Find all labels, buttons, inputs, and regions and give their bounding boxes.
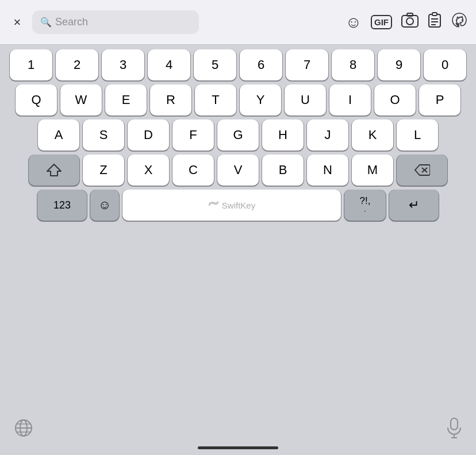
- key-c[interactable]: C: [172, 155, 214, 186]
- palette-icon[interactable]: [451, 11, 468, 33]
- search-placeholder: Search: [55, 16, 88, 28]
- return-key[interactable]: ↵: [389, 190, 439, 221]
- key-1[interactable]: 1: [10, 49, 52, 80]
- space-key[interactable]: SwiftKey: [122, 190, 341, 221]
- key-w[interactable]: W: [60, 84, 102, 115]
- key-q[interactable]: Q: [16, 84, 57, 115]
- svg-point-8: [456, 20, 457, 21]
- zxcv-row: Z X C V B N M: [2, 155, 474, 186]
- punctuation-dot: ·: [364, 207, 366, 215]
- key-3[interactable]: 3: [102, 49, 144, 80]
- svg-point-11: [462, 20, 463, 21]
- emoji-icon[interactable]: ☺: [345, 13, 362, 32]
- svg-point-1: [406, 18, 413, 25]
- shift-key[interactable]: [29, 155, 79, 186]
- gif-icon[interactable]: GIF: [371, 15, 392, 29]
- search-icon: 🔍: [40, 17, 52, 28]
- key-h[interactable]: H: [262, 119, 304, 151]
- key-f[interactable]: F: [172, 119, 214, 151]
- key-9[interactable]: 9: [378, 49, 420, 80]
- keyboard: 1 2 3 4 5 6 7 8 9 0 Q W E R T Y U I O P …: [0, 45, 476, 404]
- key-p[interactable]: P: [419, 84, 460, 115]
- toolbar: × 🔍 Search ☺ GIF: [0, 0, 476, 45]
- key-n[interactable]: N: [307, 155, 348, 186]
- key-6[interactable]: 6: [240, 49, 282, 80]
- clipboard-icon[interactable]: [428, 12, 442, 32]
- key-t[interactable]: T: [195, 84, 236, 115]
- key-j[interactable]: J: [307, 119, 348, 151]
- key-o[interactable]: O: [374, 84, 416, 115]
- key-l[interactable]: L: [397, 119, 438, 151]
- key-x[interactable]: X: [128, 155, 169, 186]
- key-y[interactable]: Y: [240, 84, 281, 115]
- bottom-row: 123 ☺ SwiftKey ?!, · ↵: [2, 190, 474, 221]
- svg-rect-19: [451, 418, 458, 430]
- svg-point-9: [457, 17, 458, 18]
- number-row: 1 2 3 4 5 6 7 8 9 0: [2, 49, 474, 80]
- key-7[interactable]: 7: [286, 49, 328, 80]
- key-8[interactable]: 8: [332, 49, 374, 80]
- svg-rect-4: [432, 13, 437, 16]
- key-z[interactable]: Z: [83, 155, 124, 186]
- qwerty-row: Q W E R T Y U I O P: [2, 84, 474, 115]
- key-0[interactable]: 0: [424, 49, 466, 80]
- key-i[interactable]: I: [329, 84, 371, 115]
- key-k[interactable]: K: [352, 119, 393, 151]
- swiftkey-label: SwiftKey: [222, 200, 255, 210]
- svg-point-10: [460, 17, 462, 18]
- camera-icon[interactable]: [401, 13, 419, 32]
- mic-icon[interactable]: [446, 418, 462, 442]
- key-5[interactable]: 5: [194, 49, 236, 80]
- toolbar-icons: ☺ GIF: [345, 11, 468, 33]
- key-e[interactable]: E: [105, 84, 147, 115]
- close-button[interactable]: ×: [8, 15, 26, 30]
- home-indicator: [198, 446, 278, 449]
- punctuation-key[interactable]: ?!, ·: [344, 190, 386, 221]
- search-bar[interactable]: 🔍 Search: [32, 10, 199, 34]
- key-s[interactable]: S: [83, 119, 124, 151]
- key-4[interactable]: 4: [148, 49, 190, 80]
- key-u[interactable]: U: [285, 84, 326, 115]
- asdf-row: A S D F G H J K L: [2, 119, 474, 151]
- bottom-bar: [0, 404, 476, 455]
- key-2[interactable]: 2: [56, 49, 98, 80]
- key-v[interactable]: V: [217, 155, 259, 186]
- key-a[interactable]: A: [38, 119, 79, 151]
- key-m[interactable]: M: [352, 155, 393, 186]
- delete-key[interactable]: [397, 155, 447, 186]
- key-g[interactable]: G: [217, 119, 259, 151]
- svg-rect-2: [407, 13, 413, 16]
- key-r[interactable]: R: [150, 84, 191, 115]
- punctuation-label: ?!,: [360, 195, 371, 207]
- globe-icon[interactable]: [14, 418, 33, 442]
- key-b[interactable]: B: [262, 155, 304, 186]
- swiftkey-logo: SwiftKey: [208, 200, 255, 210]
- key-d[interactable]: D: [128, 119, 169, 151]
- numbers-key[interactable]: 123: [37, 190, 87, 221]
- emoji-key[interactable]: ☺: [90, 190, 119, 221]
